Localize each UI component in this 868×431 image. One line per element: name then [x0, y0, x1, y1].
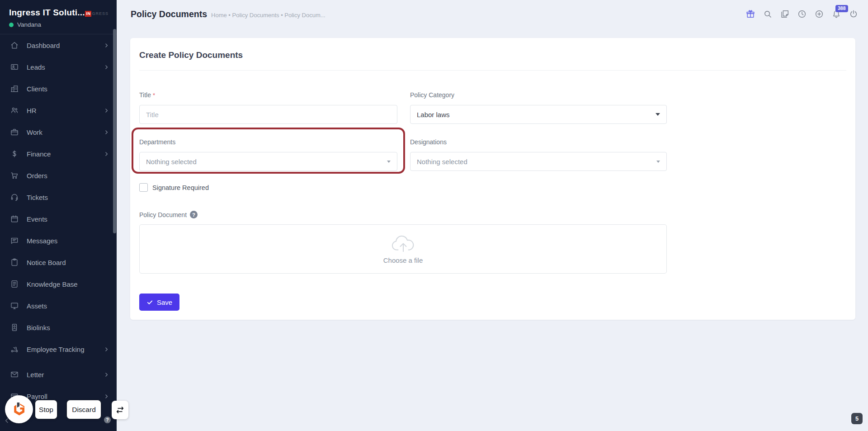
sidebar-scrollbar[interactable]	[113, 29, 116, 233]
sidebar-item-label: Tickets	[27, 194, 109, 201]
signature-required-label: Signature Required	[152, 184, 209, 191]
sidebar-item-events[interactable]: Events	[0, 208, 117, 230]
sidebar-item-label: Work	[27, 128, 104, 136]
calendar-icon	[10, 214, 19, 223]
policy-form: Title* Policy Category Labor laws Depart…	[139, 91, 667, 311]
monitor-icon	[10, 301, 19, 310]
sidebar-item-employee-tracking[interactable]: Employee Tracking	[0, 338, 117, 360]
ingress-logo-prefix: IN	[85, 11, 91, 17]
sidebar-item-label: Dashboard	[27, 42, 104, 49]
sidebar-item-label: Messages	[27, 237, 109, 245]
signature-required-checkbox[interactable]	[139, 183, 148, 192]
policy-category-label: Policy Category	[410, 91, 454, 99]
id-card-icon	[10, 323, 19, 332]
save-button[interactable]: Save	[139, 294, 179, 311]
sidebar-item-biolinks[interactable]: Biolinks	[0, 317, 117, 338]
ingress-logo-suffix: GRESS	[92, 12, 108, 16]
sidebar-item-dashboard[interactable]: Dashboard	[0, 34, 117, 56]
gift-button[interactable]	[745, 9, 755, 19]
chat-icon	[10, 236, 19, 245]
sidebar-item-label: Orders	[27, 172, 109, 180]
designations-select[interactable]: Nothing selected	[410, 152, 667, 171]
breadcrumb: Home • Policy Documents • Policy Docum..…	[211, 12, 326, 19]
designations-value: Nothing selected	[417, 158, 467, 166]
home-icon	[10, 41, 19, 50]
help-icon[interactable]: ?	[190, 211, 198, 218]
departments-select[interactable]: Nothing selected	[139, 152, 397, 171]
person-card-icon	[10, 62, 19, 71]
stop-button[interactable]: Stop	[35, 400, 57, 419]
gift-icon	[745, 9, 755, 19]
search-button[interactable]	[763, 9, 773, 19]
swap-arrows-icon	[115, 405, 125, 415]
recorder-logo-button[interactable]	[5, 395, 33, 423]
title-input[interactable]	[139, 105, 397, 124]
policy-category-select[interactable]: Labor laws	[410, 105, 667, 124]
history-button[interactable]	[797, 9, 807, 19]
chevron-right-icon	[104, 108, 109, 114]
sidebar-item-label: Finance	[27, 150, 104, 158]
file-dropzone[interactable]: Choose a file	[139, 224, 667, 274]
scooter-icon	[10, 345, 19, 354]
notifications-button[interactable]: 388	[831, 9, 841, 19]
topbar-actions: 388	[745, 9, 859, 19]
discard-button-label: Discard	[72, 406, 96, 414]
recorder-logo-icon	[10, 401, 28, 418]
ingress-logo: IN GRESS	[85, 11, 108, 17]
chevron-right-icon	[104, 393, 109, 399]
discard-button[interactable]: Discard	[66, 400, 101, 419]
sidebar-item-leads[interactable]: Leads	[0, 56, 117, 78]
sidebar-item-label: Employee Tracking	[27, 346, 104, 353]
topbar: Policy Documents Home • Policy Documents…	[117, 0, 868, 28]
sidebar-item-label: Knowledge Base	[27, 280, 109, 288]
departments-value: Nothing selected	[146, 158, 197, 166]
main-area: Policy Documents Home • Policy Documents…	[117, 0, 868, 431]
sidebar: Ingress IT Soluti... Vandana IN GRESS Da…	[0, 0, 117, 431]
sidebar-item-hr[interactable]: HR	[0, 99, 117, 121]
clipboard-icon	[10, 258, 19, 267]
chevron-right-icon	[104, 64, 109, 70]
choose-file-label: Choose a file	[383, 256, 423, 264]
notes-button[interactable]	[780, 9, 790, 19]
quick-add-button[interactable]	[814, 9, 824, 19]
required-marker: *	[153, 92, 155, 99]
cloud-upload-icon	[391, 234, 415, 253]
policy-document-label: Policy Document	[139, 211, 187, 218]
headset-icon	[10, 193, 19, 202]
sidebar-item-letter[interactable]: Letter	[0, 364, 117, 385]
sidebar-item-knowledge-base[interactable]: Knowledge Base	[0, 273, 117, 295]
policy-category-field-group: Policy Category Labor laws	[410, 91, 667, 124]
chevron-down-icon	[656, 113, 660, 116]
chevron-right-icon	[104, 43, 109, 48]
departments-label: Departments	[139, 138, 175, 146]
notification-count-badge: 388	[835, 5, 848, 12]
title-label: Title	[139, 91, 151, 99]
sidebar-item-label: HR	[27, 107, 104, 114]
sidebar-item-clients[interactable]: Clients	[0, 78, 117, 99]
search-icon	[763, 9, 773, 19]
dollar-icon	[10, 149, 19, 158]
cart-icon	[10, 171, 19, 180]
signature-required-row: Signature Required	[139, 183, 667, 192]
logout-button[interactable]	[849, 9, 859, 19]
sidebar-item-orders[interactable]: Orders	[0, 165, 117, 186]
sidebar-item-messages[interactable]: Messages	[0, 230, 117, 251]
save-button-label: Save	[157, 298, 172, 306]
chevron-down-icon	[387, 161, 391, 163]
sidebar-item-finance[interactable]: Finance	[0, 143, 117, 165]
policy-document-label-row: Policy Document ?	[139, 211, 667, 218]
sidebar-item-work[interactable]: Work	[0, 121, 117, 143]
building-icon	[10, 84, 19, 93]
sidebar-item-label: Biolinks	[27, 324, 109, 332]
sidebar-item-tickets[interactable]: Tickets	[0, 186, 117, 208]
sidebar-item-notice-board[interactable]: Notice Board	[0, 251, 117, 273]
chevron-right-icon	[104, 346, 109, 352]
create-policy-card: Create Policy Documents Title* Policy Ca…	[130, 38, 855, 320]
sidebar-header: Ingress IT Soluti... Vandana IN GRESS	[0, 0, 117, 34]
swap-button[interactable]	[112, 401, 128, 419]
sidebar-item-assets[interactable]: Assets	[0, 295, 117, 317]
overlay-help-icon[interactable]: ?	[104, 417, 111, 423]
check-icon	[146, 299, 153, 306]
user-name: Vandana	[17, 21, 41, 28]
briefcase-icon	[10, 128, 19, 137]
